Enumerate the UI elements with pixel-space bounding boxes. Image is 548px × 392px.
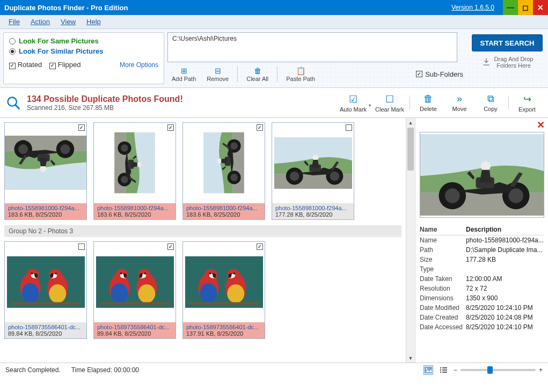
move-button[interactable]: »Move [444,93,475,113]
copy-icon: ⧉ [487,93,494,105]
thumbnail-item[interactable]: photo-1589735586401-dc...89.84 KB, 8/25/… [4,241,87,339]
minus-icon: ⊟ [215,66,221,75]
table-row: Date Modified8/25/2020 10:24:10 PM [420,303,544,313]
scrollbar[interactable]: ▲ ▼ [406,118,415,363]
scroll-up-icon[interactable]: ▲ [406,118,415,127]
arrows-icon: » [457,93,462,105]
time-elapsed: Time Elapsed: 00:00:00 [71,366,139,374]
thumbnail-item[interactable]: photo-1558981000-f294a...183.6 KB, 8/25/… [93,122,176,220]
export-button[interactable]: ↪Export [512,93,543,113]
svg-line-19 [16,105,19,108]
table-row: Type [420,264,544,274]
app-title: Duplicate Photos Finder - Pro Edition [4,4,128,12]
preview-image [420,132,544,218]
svg-point-22 [440,367,442,368]
checkmark-icon: ☑ [349,93,357,105]
radio-same-pictures[interactable]: Look For Same Pictures [9,37,158,45]
add-path-button[interactable]: ⊞Add Path [167,65,200,83]
clear-all-button[interactable]: 🗑Clear All [242,65,273,83]
trash-icon: 🗑 [254,66,261,75]
delete-button[interactable]: 🗑Delete [413,93,444,113]
radio-icon [9,48,16,55]
zoom-in-button[interactable]: + [539,366,543,374]
thumbnail-item[interactable]: photo-1589735586401-dc...89.84 KB, 8/25/… [93,241,176,339]
results-subtitle: Scanned 216, Size 267.85 MB [27,104,183,112]
more-options-link[interactable]: More Options [120,61,158,69]
auto-mark-button[interactable]: ☑Auto Mark▾ [334,93,372,113]
menu-action[interactable]: Action [25,16,55,27]
chevron-down-icon: ▾ [369,103,371,108]
version-link[interactable]: Version 1.6.5.0 [451,4,494,11]
copy-button[interactable]: ⧉Copy [475,93,506,113]
svg-rect-25 [442,369,447,371]
menu-file[interactable]: File [3,16,25,27]
dragdrop-hint: Drag And Drop Folders Here [481,56,534,69]
results-actionbar: 134 Possible Duplicate Photos Found! Sca… [0,88,548,118]
menu-view[interactable]: View [55,16,81,27]
close-button[interactable]: ✕ [533,0,548,15]
check-flipped[interactable]: Flipped [49,61,81,69]
scrollbar-thumb[interactable] [407,128,414,171]
magnifier-icon [5,95,21,111]
thumbnail-checkbox[interactable] [346,124,352,131]
thumbnails-grid[interactable]: photo-1558981000-f294a...183.6 KB, 8/25/… [0,118,406,363]
thumbnail-checkbox[interactable] [167,124,174,131]
thumbnail-item[interactable]: photo-1558981000-f294a...177.28 KB, 8/25… [272,122,354,220]
statusbar: Search Completed. Time Elapsed: 00:00:00… [0,363,548,376]
thumbnail-checkbox[interactable] [167,243,174,250]
start-search-button[interactable]: START SEARCH [472,34,543,51]
thumbnail-item[interactable]: photo-1558981000-f294a...183.6 KB, 8/25/… [4,122,87,220]
svg-point-24 [440,369,442,371]
group-header[interactable]: Group No 2 - Photos 3 [4,225,401,237]
zoom-out-button[interactable]: − [454,366,457,374]
thumbnail-view-button[interactable] [423,365,433,375]
svg-point-21 [426,368,427,369]
thumbnail-checkbox[interactable] [78,243,85,250]
square-icon: ☐ [385,93,394,105]
preview-panel: ✕ NameDescription Namephoto-1558981000-f… [415,118,548,363]
results-area: photo-1558981000-f294a...183.6 KB, 8/25/… [0,118,548,363]
search-config-panel: Look For Same Pictures Look For Similar … [0,29,548,88]
check-rotated[interactable]: Rotated [9,61,42,69]
check-subfolders[interactable]: Sub-Folders [416,70,466,78]
menu-help[interactable]: Help [81,16,106,27]
maximize-button[interactable]: ◻ [518,0,533,15]
paste-path-button[interactable]: 📋Paste Path [282,65,319,83]
table-row: Resolution72 x 72 [420,284,544,293]
thumbnail-item[interactable]: photo-1558981000-f294a...183.6 KB, 8/25/… [182,122,265,220]
clipboard-icon: 📋 [296,66,305,75]
trash-icon: 🗑 [423,93,433,105]
plus-icon: ⊞ [181,66,187,75]
radio-similar-pictures[interactable]: Look For Similar Pictures [9,47,158,55]
thumbnail-checkbox[interactable] [257,243,263,250]
search-type-box: Look For Same Pictures Look For Similar … [3,32,164,84]
results-count-title: 134 Possible Duplicate Photos Found! [27,94,183,104]
slider-thumb[interactable] [487,366,493,374]
thumbnail-checkbox[interactable] [78,124,85,131]
thumbnail-checkbox[interactable] [257,124,263,131]
menubar: File Action View Help [0,15,548,29]
minimize-button[interactable]: — [503,0,518,15]
path-item[interactable]: C:\Users\Ashi\Pictures [172,35,452,42]
table-row: PathD:\Sample Duplicate Ima... [420,245,544,255]
export-icon: ↪ [523,93,531,105]
table-row: Dimensions1350 x 900 [420,293,544,303]
close-preview-button[interactable]: ✕ [537,119,545,131]
scroll-down-icon[interactable]: ▼ [406,353,415,363]
status-text: Search Completed. [5,366,61,374]
download-icon [481,57,491,67]
zoom-slider[interactable]: − + [454,366,543,374]
remove-path-button[interactable]: ⊟Remove [202,65,233,83]
svg-point-26 [440,371,442,373]
table-row: Date Taken12:00:00 AM [420,274,544,284]
titlebar: Duplicate Photos Finder - Pro Edition Ve… [0,0,548,15]
svg-rect-23 [442,367,447,368]
clear-mark-button[interactable]: ☐Clear Mark [372,93,407,113]
list-view-button[interactable] [439,365,448,375]
slider-track[interactable] [461,369,536,371]
table-row: Date Accessed8/25/2020 10:24:10 PM [420,322,544,332]
path-list[interactable]: C:\Users\Ashi\Pictures [167,32,457,62]
thumbnail-item[interactable]: photo-1589735586401-dc...137.91 KB, 8/25… [182,241,265,339]
table-row: Size177.28 KB [420,255,544,264]
table-row: Namephoto-1558981000-f294a... [420,235,544,245]
